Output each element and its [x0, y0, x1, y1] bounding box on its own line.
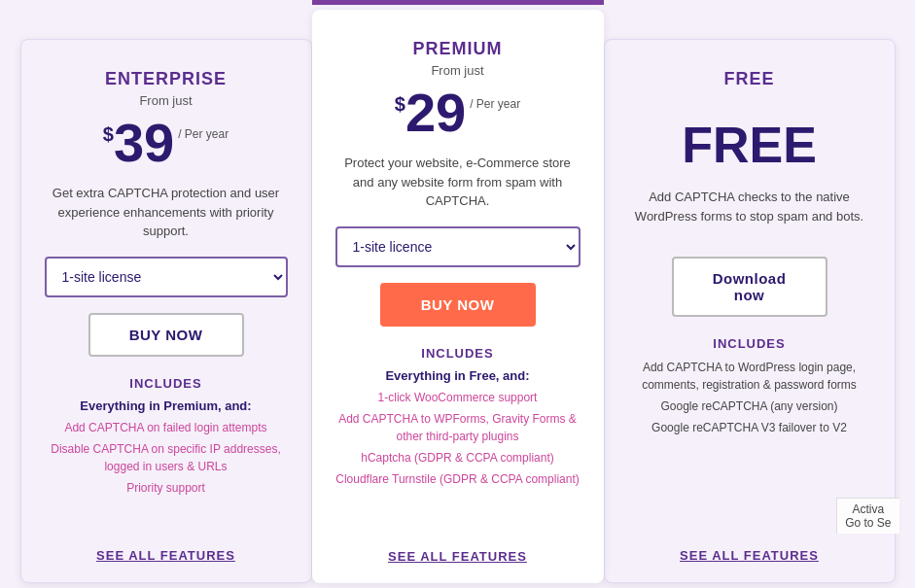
overlay-line2: Go to Se [845, 516, 891, 530]
premium-description: Protect your website, e-Commerce store a… [335, 154, 581, 211]
premium-include-2: hCaptcha (GDPR & CCPA compliant) [361, 449, 554, 467]
free-description: Add CAPTCHA checks to the native WordPre… [628, 188, 871, 225]
enterprise-include-1: Disable CAPTCHA on specific IP addresses… [45, 440, 288, 475]
premium-amount: 29 [405, 86, 466, 140]
free-see-all[interactable]: SEE ALL FEATURES [680, 535, 819, 563]
premium-includes-section: INCLUDES Everything in Free, and: 1-clic… [335, 346, 581, 565]
premium-includes-highlight: Everything in Free, and: [385, 368, 529, 383]
enterprise-plan-name: ENTERPRISE [105, 69, 227, 89]
enterprise-includes-highlight: Everything in Premium, and: [80, 398, 251, 413]
free-plan-name: FREE [723, 69, 774, 89]
enterprise-includes-header: INCLUDES [129, 376, 201, 391]
premium-include-3: Cloudflare Turnstile (GDPR & CCPA compli… [335, 470, 580, 488]
enterprise-includes-section: INCLUDES Everything in Premium, and: Add… [45, 376, 288, 564]
activate-overlay: Activa Go to Se [836, 498, 898, 534]
enterprise-include-0: Add CAPTCHA on failed login attempts [64, 419, 266, 436]
premium-license-select[interactable]: 1-site licence 2-site licence 3-site lic… [335, 226, 581, 267]
premium-period: / Per year [470, 97, 520, 111]
free-download-button[interactable]: Download now [672, 257, 827, 317]
premium-from-just: From just [431, 63, 483, 78]
free-from-just [748, 93, 752, 108]
premium-include-0: 1-click WooCommerce support [378, 389, 538, 406]
free-price: FREE [682, 116, 817, 174]
pricing-container: ENTERPRISE From just $ 39 / Per year Get… [0, 10, 915, 583]
premium-see-all[interactable]: SEE ALL FEATURES [388, 536, 527, 564]
free-includes-section: INCLUDES Add CAPTCHA to WordPress login … [628, 336, 871, 563]
premium-plan-name: PREMIUM [413, 39, 503, 59]
free-include-1: Google reCAPTCHA (any version) [660, 398, 837, 415]
free-include-2: Google reCAPTCHA V3 failover to V2 [651, 419, 847, 436]
free-include-0: Add CAPTCHA to WordPress login page, com… [628, 359, 871, 394]
premium-price-row: $ 29 / Per year [395, 86, 520, 140]
enterprise-description: Get extra CAPTCHA protection and user ex… [45, 184, 288, 241]
premium-include-1: Add CAPTCHA to WPForms, Gravity Forms & … [335, 410, 581, 445]
enterprise-license-select[interactable]: 1-site license 2-site license 3-site lic… [45, 257, 288, 297]
premium-buy-button[interactable]: BUY NOW [380, 283, 536, 327]
premium-card: Best Value PREMIUM From just $ 29 / Per … [312, 10, 604, 583]
enterprise-dollar: $ [103, 123, 114, 146]
enterprise-include-2: Priority support [126, 479, 205, 497]
enterprise-price-row: $ 39 / Per year [103, 116, 229, 170]
enterprise-buy-button[interactable]: BUY NOW [88, 313, 244, 357]
enterprise-from-just: From just [139, 93, 192, 108]
enterprise-amount: 39 [114, 116, 174, 170]
enterprise-see-all[interactable]: SEE ALL FEATURES [96, 535, 235, 563]
best-value-badge: Best Value [312, 0, 604, 5]
premium-dollar: $ [395, 93, 405, 116]
enterprise-period: / Per year [178, 127, 229, 141]
enterprise-card: ENTERPRISE From just $ 39 / Per year Get… [20, 39, 312, 583]
free-card: FREE FREE Add CAPTCHA checks to the nati… [604, 39, 896, 583]
premium-includes-header: INCLUDES [421, 346, 493, 361]
overlay-line1: Activa [845, 502, 891, 516]
free-includes-header: INCLUDES [713, 336, 785, 351]
